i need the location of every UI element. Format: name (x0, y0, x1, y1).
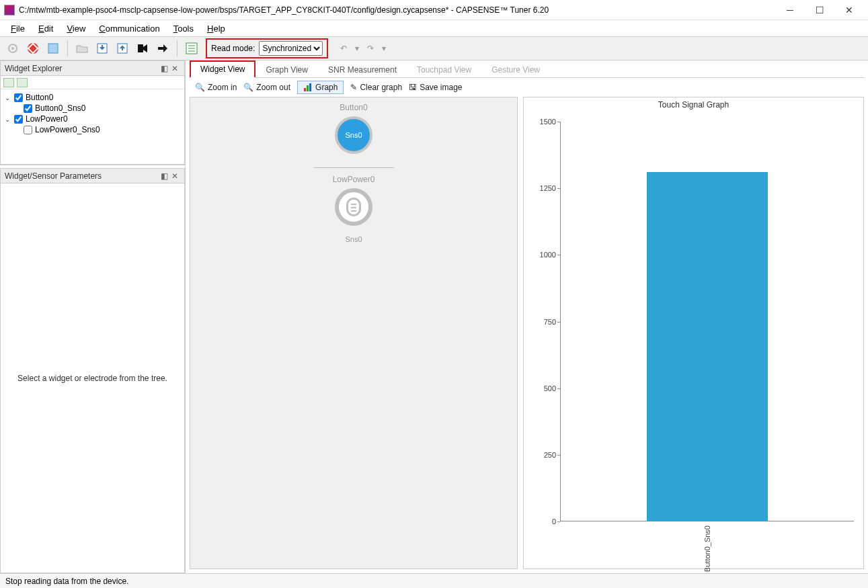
tree-check-button0-sns0[interactable] (24, 104, 32, 113)
tab-touchpad-view: Touchpad View (407, 62, 481, 77)
widget-explorer-title: Widget Explorer (5, 64, 62, 73)
menu-communication[interactable]: Communication (93, 22, 165, 35)
widget-canvas: Button0 Sns0 LowPower0 Sns0 (190, 97, 518, 569)
menu-tools[interactable]: Tools (168, 22, 199, 35)
undo-icon[interactable]: ↶ (335, 40, 352, 57)
tab-gesture-view: Gesture View (481, 62, 550, 77)
tree-item-button0[interactable]: Button0 (26, 93, 53, 102)
params-placeholder: Select a widget or electrode from the tr… (1, 183, 184, 573)
divider (313, 167, 394, 168)
tab-graph-view[interactable]: Graph View (255, 62, 317, 77)
tree-item-lowpower0-sns0[interactable]: LowPower0_Sns0 (35, 125, 100, 134)
menu-file[interactable]: File (5, 22, 30, 35)
arrow-out-icon[interactable] (154, 40, 171, 57)
button0-sensor[interactable]: Sns0 (335, 116, 372, 154)
tab-snr-measurement[interactable]: SNR Measurement (318, 62, 407, 77)
y-tick: 250 (529, 451, 556, 459)
separator (177, 40, 177, 56)
params-title: Widget/Sensor Parameters (5, 171, 102, 181)
svg-rect-12 (307, 85, 309, 91)
menu-view[interactable]: View (61, 22, 91, 35)
plot-area: 0250500750100012501500Button0_Sns0 (560, 122, 854, 521)
log-icon[interactable] (183, 40, 200, 57)
status-text: Stop reading data from the device. (5, 577, 128, 586)
svg-rect-11 (304, 88, 306, 91)
undock-icon[interactable]: ◧ (159, 64, 169, 73)
maximize-button[interactable]: ☐ (805, 1, 834, 19)
disconnect-icon[interactable] (24, 40, 42, 57)
view-tabs: Widget View Graph View SNR Measurement T… (190, 62, 864, 78)
read-mode-select[interactable]: Synchronized (259, 41, 323, 56)
y-tick: 0 (529, 517, 556, 526)
bar (647, 172, 768, 521)
window-icon[interactable] (44, 40, 62, 57)
view-subtoolbar: 🔍Zoom in 🔍Zoom out Graph ✎Clear graph 🖫S… (190, 78, 864, 97)
widget-explorer-panel: Widget Explorer ◧ ✕ ⌄Button0 Button0_Sns… (0, 60, 185, 165)
widget1-sensor-label: Sns0 (345, 235, 362, 243)
svg-point-2 (28, 43, 38, 54)
export-icon[interactable] (114, 40, 131, 57)
title-bar: C:/mtw/mtb-example-psoc4-msclp-capsense-… (0, 0, 868, 20)
touch-signal-graph: Touch Signal Graph 025050075010001250150… (523, 97, 864, 569)
close-panel-icon[interactable]: ✕ (169, 171, 180, 181)
graph-button[interactable]: Graph (297, 81, 344, 94)
svg-rect-13 (309, 83, 311, 91)
save-image-button[interactable]: 🖫Save image (409, 83, 462, 92)
graph-title: Touch Signal Graph (524, 97, 863, 110)
tree-item-lowpower0[interactable]: LowPower0 (26, 114, 68, 124)
y-tick: 1500 (529, 118, 556, 126)
tab-widget-view[interactable]: Widget View (190, 60, 255, 78)
y-tick: 1250 (529, 184, 556, 192)
close-panel-icon[interactable]: ✕ (169, 64, 180, 73)
chart-icon (303, 83, 313, 92)
undock-icon[interactable]: ◧ (159, 171, 169, 181)
y-tick: 1000 (529, 251, 556, 259)
clear-graph-button[interactable]: ✎Clear graph (350, 83, 402, 92)
open-icon[interactable] (73, 40, 91, 57)
tree-toolbar (1, 76, 184, 89)
y-tick: 500 (529, 384, 556, 392)
menu-edit[interactable]: Edit (33, 22, 58, 35)
expand-all-icon[interactable] (3, 78, 14, 87)
gear-icon[interactable] (4, 40, 22, 57)
menu-bar: File Edit View Communication Tools Help (0, 20, 868, 36)
arrow-in-icon[interactable] (134, 40, 151, 57)
widget-tree[interactable]: ⌄Button0 Button0_Sns0 ⌄LowPower0 LowPowe… (1, 89, 184, 165)
window-title: C:/mtw/mtb-example-psoc4-msclp-capsense-… (19, 5, 775, 15)
status-bar: Stop reading data from the device. (0, 573, 868, 588)
tree-check-button0[interactable] (14, 93, 23, 102)
minimize-button[interactable]: ─ (775, 1, 805, 19)
lowpower0-sensor[interactable] (335, 188, 372, 226)
collapse-all-icon[interactable] (17, 78, 28, 87)
widget0-label: Button0 (340, 103, 367, 112)
read-mode-group: Read mode: Synchronized (206, 38, 328, 58)
import-icon[interactable] (93, 40, 111, 57)
save-icon: 🖫 (409, 83, 417, 92)
read-mode-label: Read mode: (211, 44, 255, 53)
widget1-label: LowPower0 (333, 175, 375, 184)
eraser-icon: ✎ (350, 83, 357, 92)
tree-check-lowpower0-sns0[interactable] (24, 126, 32, 134)
y-tick: 750 (529, 318, 556, 326)
app-icon (4, 5, 15, 15)
zoom-out-button[interactable]: 🔍Zoom out (243, 83, 290, 92)
zoom-out-icon: 🔍 (243, 83, 253, 92)
toolbar: Read mode: Synchronized ↶ ▾ ↷ ▾ (0, 36, 868, 60)
svg-point-1 (11, 47, 14, 50)
battery-icon (346, 198, 361, 216)
tree-item-button0-sns0[interactable]: Button0_Sns0 (35, 103, 85, 113)
separator (67, 40, 68, 56)
zoom-in-button[interactable]: 🔍Zoom in (195, 83, 237, 92)
close-button[interactable]: ✕ (834, 1, 864, 19)
zoom-in-icon: 🔍 (195, 83, 205, 92)
tree-check-lowpower0[interactable] (14, 115, 23, 124)
redo-icon[interactable]: ↷ (362, 40, 379, 57)
x-label: Button0_Sns0 (703, 526, 711, 572)
svg-rect-4 (48, 44, 58, 53)
menu-help[interactable]: Help (202, 22, 231, 35)
